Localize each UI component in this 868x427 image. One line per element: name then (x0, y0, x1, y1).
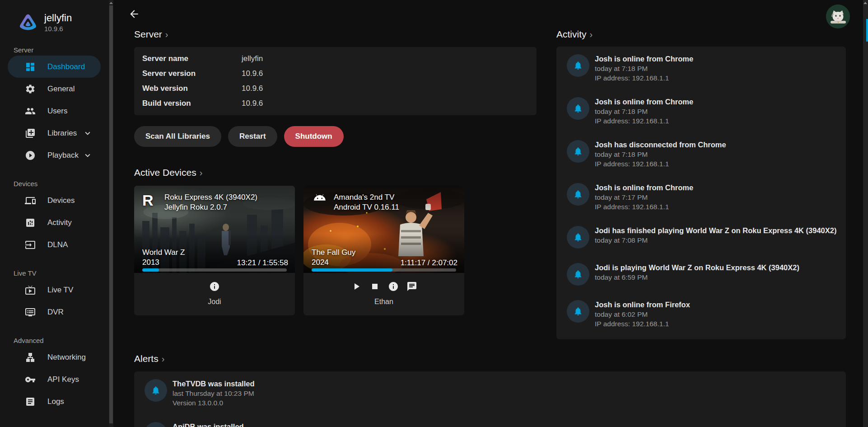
sidebar-item-libraries[interactable]: Libraries (8, 122, 101, 144)
activity-time: today at 7:17 PM (595, 192, 693, 202)
alert-time: last Thursday at 10:23 PM (173, 389, 255, 398)
device-card-footer: Jodi (134, 273, 295, 315)
sidebar-item-networking[interactable]: Networking (8, 346, 101, 368)
chevron-down-icon[interactable] (83, 128, 93, 138)
sidebar-item-devices[interactable]: Devices (8, 189, 101, 211)
activity-item: Josh has disconnected from Chrome today … (567, 140, 837, 169)
sidebar-item-label: Logs (47, 397, 64, 406)
device-card-android-tv[interactable]: Amanda's 2nd TV Android TV 0.16.11 The F… (303, 186, 464, 315)
page-scrollbar[interactable] (863, 0, 868, 427)
now-playing-art: Amanda's 2nd TV Android TV 0.16.11 The F… (303, 186, 464, 273)
sidebar-item-users[interactable]: Users (8, 100, 101, 122)
activity-section: Activity › Josh is online from Chrome to… (556, 28, 846, 339)
jellyfin-logo-icon (18, 13, 38, 33)
main-content: Server › Server name jellyfin Server ver… (113, 0, 863, 427)
media-title: World War Z (142, 248, 185, 258)
android-icon (312, 192, 328, 202)
bell-icon (573, 146, 583, 156)
shutdown-button[interactable]: Shutdown (284, 126, 344, 147)
sidebar-item-activity[interactable]: Activity (8, 211, 101, 234)
notification-badge (567, 300, 589, 323)
alerts-heading-label: Alerts (134, 353, 159, 365)
libraries-icon (25, 128, 36, 139)
active-devices-heading[interactable]: Active Devices › (134, 167, 202, 178)
info-button[interactable] (388, 281, 399, 292)
activity-title: Josh is online from Chrome (595, 97, 693, 107)
device-card-roku[interactable]: R Roku Express 4K (3940X2) Jellyfin Roku… (134, 186, 295, 315)
scan-all-libraries-button[interactable]: Scan All Libraries (134, 126, 221, 147)
info-value: jellyfin (242, 54, 263, 63)
bell-icon (151, 385, 161, 395)
activity-time: today at 7:18 PM (595, 107, 693, 116)
activity-item: Josh is online from Firefox today at 6:0… (567, 300, 837, 328)
media-title: The Fall Guy (312, 248, 355, 258)
play-icon (351, 281, 362, 292)
alert-title: AniDB was installed (173, 422, 244, 427)
info-icon (209, 281, 220, 292)
server-heading[interactable]: Server › (134, 28, 168, 40)
alert-title: TheTVDB was installed (173, 379, 255, 389)
sidebar-item-dashboard[interactable]: Dashboard (8, 56, 101, 78)
server-info-row: Web version 10.9.6 (142, 81, 528, 96)
activity-ip: IP address: 192.168.1.1 (595, 202, 693, 211)
session-user: Jodi (208, 298, 221, 306)
activity-item: Jodi is playing World War Z on Roku Expr… (567, 263, 837, 286)
media-year: 2013 (142, 258, 185, 267)
sidebar-scrollbar[interactable] (109, 0, 113, 427)
now-playing-art: R Roku Express 4K (3940X2) Jellyfin Roku… (134, 186, 295, 273)
play-circle-icon (25, 150, 36, 161)
info-value: 10.9.6 (242, 69, 263, 78)
scroll-up-arrow-icon[interactable] (109, 2, 113, 4)
alert-item: TheTVDB was installed last Thursday at 1… (145, 379, 835, 408)
sidebar-item-live-tv[interactable]: Live TV (8, 279, 101, 301)
activity-time: today at 6:02 PM (595, 310, 690, 319)
activity-ip: IP address: 192.168.1.1 (595, 116, 693, 126)
activity-title: Josh is online from Chrome (595, 54, 693, 64)
page-scrollbar-thumb[interactable] (866, 19, 868, 42)
stop-button[interactable] (369, 281, 380, 292)
scroll-up-arrow-icon[interactable] (863, 2, 867, 4)
sidebar-item-logs[interactable]: Logs (8, 390, 101, 413)
activity-heading[interactable]: Activity › (556, 28, 593, 40)
device-card-footer: Ethan (303, 273, 464, 315)
playback-progress-bar (312, 268, 456, 272)
chevron-down-icon[interactable] (83, 150, 93, 160)
play-button[interactable] (351, 281, 362, 292)
restart-button[interactable]: Restart (228, 126, 277, 147)
user-avatar[interactable] (826, 5, 850, 28)
activity-title: Jodi is playing World War Z on Roku Expr… (595, 263, 799, 272)
sidebar-item-label: Libraries (47, 129, 77, 138)
alerts-section: Alerts › TheTVDB was installed last Thur… (134, 353, 846, 427)
sidebar-item-label: Activity (47, 218, 72, 227)
server-heading-label: Server (134, 28, 162, 40)
activity-heading-label: Activity (556, 28, 587, 40)
alerts-heading[interactable]: Alerts › (134, 353, 164, 365)
client-name: Android TV 0.16.11 (334, 202, 399, 212)
server-info-card: Server name jellyfin Server version 10.9… (134, 47, 537, 115)
back-button[interactable] (128, 8, 140, 20)
activity-item: Josh is online from Chrome today at 7:18… (567, 54, 837, 83)
info-button[interactable] (209, 281, 220, 292)
sidebar-item-dlna[interactable]: DLNA (8, 234, 101, 256)
notification-badge (567, 263, 589, 286)
gear-icon (25, 84, 36, 94)
sidebar-scrollbar-thumb[interactable] (109, 5, 113, 423)
sidebar-item-playback[interactable]: Playback (8, 144, 101, 166)
sidebar-section-livetv: Live TV (14, 269, 109, 277)
sidebar-item-dvr[interactable]: DVR (8, 301, 101, 323)
stop-icon (369, 281, 380, 292)
playback-progress-fill (142, 268, 159, 272)
roku-logo-icon: R (142, 192, 159, 212)
playback-time: 13:21 / 1:55:58 (237, 258, 288, 267)
activity-time: today at 7:18 PM (595, 150, 726, 159)
sidebar-item-api-keys[interactable]: API Keys (8, 368, 101, 390)
live-tv-icon (25, 285, 36, 296)
sidebar-item-general[interactable]: General (8, 78, 101, 100)
notification-badge (145, 379, 167, 402)
info-label: Web version (142, 84, 242, 93)
message-button[interactable] (406, 281, 417, 292)
notification-badge (567, 183, 589, 206)
info-label: Server version (142, 69, 242, 78)
bell-icon (573, 189, 583, 199)
alert-item: AniDB was installed (145, 422, 835, 427)
